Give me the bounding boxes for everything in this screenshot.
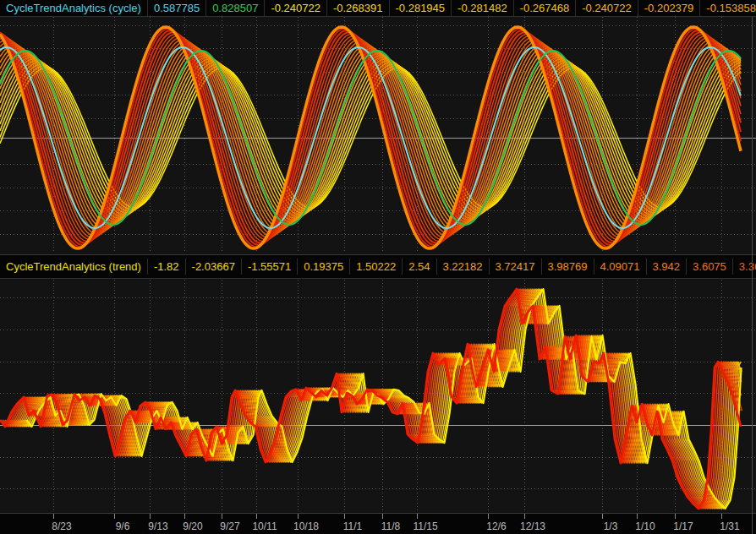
trend-plot-canvas[interactable] [0,280,756,513]
trend-value-cell: 0.19375 [298,259,350,275]
trend-value-cell: -2.03667 [186,259,242,275]
trend-value-cell: 4.09071 [594,259,647,275]
axis-tick [637,514,638,519]
axis-tick [256,514,257,519]
axis-tick [417,514,418,519]
panel-right-border [752,17,753,534]
axis-tick [524,514,525,519]
axis-tick [222,514,222,519]
cycle-plot-canvas[interactable] [0,17,756,253]
chart-app: CycleTrendAnalytics (cycle) 0.5877850.82… [0,0,756,534]
axis-tick [298,514,299,519]
axis-label: 11/15 [413,520,437,532]
cycle-value-cell: -0.267468 [514,0,577,16]
axis-tick [382,514,383,519]
axis-label: 1/3 [604,520,618,532]
axis-tick [488,514,489,519]
x-axis[interactable]: 8/239/69/139/209/2710/1110/1811/111/811/… [0,513,756,534]
axis-label: 11/1 [343,520,362,532]
axis-tick [114,514,115,519]
trend-value-cell: 3.72417 [490,259,542,275]
cycle-value-cell: 0.587785 [148,0,206,16]
axis-label: 11/8 [381,520,400,532]
axis-tick [721,514,722,519]
cycle-value-cell: 0.828507 [206,0,265,16]
axis-label: 9/20 [183,520,202,532]
axis-tick [344,514,345,519]
trend-title: CycleTrendAnalytics (trend) [0,259,148,275]
cycle-title: CycleTrendAnalytics (cycle) [0,0,148,16]
axis-label: 9/6 [116,520,130,532]
trend-value-cell: 3.942 [647,259,688,275]
axis-label: 12/6 [486,520,506,532]
axis-label: 1/31 [720,520,739,532]
trend-value-cell: 3.98769 [542,259,594,275]
axis-label: 10/11 [252,520,277,532]
trend-value-cell: 3.6075 [687,259,733,275]
trend-header: CycleTrendAnalytics (trend) -1.82-2.0366… [0,254,756,279]
trend-value-cell: -1.55571 [242,259,298,275]
trend-value-cell: 1.50222 [350,259,403,275]
axis-tick [184,514,185,519]
axis-label: 10/18 [293,520,319,532]
trend-value-cell: 2.54 [403,259,436,275]
cycle-value-cell: -0.281482 [452,0,514,16]
cycle-value-cell: -0.240722 [265,0,327,16]
cycle-value-cell: -0.202379 [638,0,701,16]
trend-value-cell: 3.22182 [437,259,490,275]
trend-value-cell: -1.82 [148,259,186,275]
cycle-value-cell: -0.268391 [327,0,390,16]
axis-label: 8/23 [52,520,71,532]
axis-tick [602,514,603,519]
cycle-value-cell: -0.240722 [576,0,638,16]
axis-tick [150,514,151,519]
axis-label: 1/10 [635,520,655,532]
axis-label: 1/17 [673,520,693,532]
axis-label: 9/27 [220,520,239,532]
axis-label: 12/13 [520,520,545,532]
cycle-header: CycleTrendAnalytics (cycle) 0.5877850.82… [0,0,756,17]
cycle-value-cell: -0.281945 [390,0,452,16]
cycle-value-cell: -0.153858 [700,0,756,16]
axis-label: 9/13 [148,520,167,532]
axis-tick [53,514,54,519]
axis-tick [675,514,676,519]
